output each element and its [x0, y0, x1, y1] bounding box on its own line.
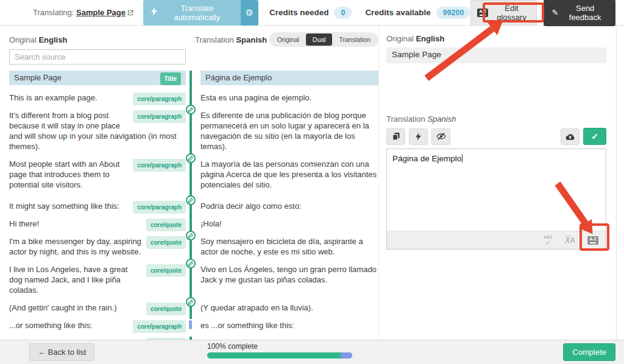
link-icon	[186, 105, 196, 114]
original-text: I live in Los Angeles, have a great dog …	[9, 265, 127, 295]
translation-segment[interactable]: Podría decir algo como esto:	[195, 200, 378, 217]
segment-type-badge: core/quote	[146, 264, 186, 277]
translation-list-area: Original English Translation Spanish Ori…	[0, 26, 378, 340]
segment-type-badge: core/quote	[146, 303, 186, 315]
original-segment[interactable]: core/quote(And gettin' caught in the rai…	[9, 301, 186, 319]
translate-automatically-label: Translate automatically	[161, 4, 233, 22]
original-segment[interactable]: core/paragraphThis is an example page.	[9, 91, 186, 109]
original-segment[interactable]: core/paragraphMost people start with an …	[9, 158, 186, 200]
translation-segment[interactable]: La mayoría de las personas comienzan con…	[195, 158, 378, 200]
original-segment[interactable]: TitleSample Page	[9, 71, 186, 91]
original-text-box: Sample Page	[386, 47, 606, 63]
cloud-upload-icon[interactable]	[561, 128, 580, 145]
edit-glossary-button[interactable]: A-Z Edit glossary	[470, 0, 537, 26]
segment-type-badge: core/quote	[146, 219, 186, 231]
segment-type-badge: core/paragraph	[133, 159, 186, 172]
original-text: It might say something like this:	[9, 201, 119, 211]
translation-textarea[interactable]: Página de Ejemplo	[387, 149, 606, 231]
send-feedback-button[interactable]: ✎ Send feedback	[544, 0, 615, 26]
table-row[interactable]: core/quoteHi there! ¡Hola!	[9, 217, 378, 235]
segment-type-badge: Title	[160, 72, 181, 85]
segment-type-badge: core/paragraph	[133, 201, 186, 214]
table-row[interactable]: core/paragraph...or something like this:…	[9, 319, 378, 337]
translation-text: Esta es una pagina de ejemplo.	[200, 93, 311, 102]
sidebar-original-header: Original English	[386, 34, 606, 43]
original-segment[interactable]: core/paragraphIt might say something lik…	[9, 200, 186, 217]
approve-translation-button[interactable]: ✓	[583, 128, 606, 145]
translation-text: (Y quedar atrapado en la lluvia).	[200, 303, 313, 312]
translating-label-group: Translating: Sample Page	[33, 8, 133, 18]
hide-translation-icon[interactable]	[431, 128, 450, 145]
original-segment[interactable]: core/paragraphIt's different from a blog…	[9, 109, 186, 158]
translation-segment[interactable]: es ...or something like this:	[195, 319, 378, 337]
translation-column-header: Translation Spanish	[195, 35, 267, 44]
translation-editor: Página de Ejemplo ABC✓ XA A-Z	[386, 149, 606, 250]
translate-automatically-button[interactable]: Translate automatically	[143, 0, 241, 26]
table-row[interactable]: core/paragraphMost people start with an …	[9, 158, 378, 200]
progress-bar	[207, 352, 352, 359]
sync-connector	[186, 319, 195, 337]
original-segment[interactable]: core/paragraph...or something like this:	[9, 319, 186, 337]
progress-group: 100% complete	[207, 342, 353, 359]
original-segment[interactable]: core/quoteHi there!	[9, 217, 186, 235]
link-icon	[186, 259, 196, 268]
translation-text: Página de Ejemplo	[205, 73, 272, 82]
translating-page-link[interactable]: Sample Page	[76, 8, 126, 17]
complete-button[interactable]: Complete	[563, 343, 615, 361]
table-row[interactable]: core/quoteI live in Los Angeles, have a …	[9, 263, 378, 301]
original-text: Sample Page	[14, 73, 62, 82]
translation-segment[interactable]: Soy mensajero en bicicleta de día, aspir…	[195, 235, 378, 263]
original-segment[interactable]: core/quoteI live in Los Angeles, have a …	[9, 263, 186, 301]
translation-text: Vivo en Los Ángeles, tengo un gran perro…	[200, 265, 377, 284]
back-to-list-button[interactable]: ← Back to list	[29, 343, 94, 361]
sync-connector	[186, 109, 195, 158]
progress-bar-tip	[340, 352, 352, 359]
table-row[interactable]: TitleSample Page Página de Ejemplo	[9, 71, 378, 91]
sync-connector	[186, 91, 195, 109]
sync-connector	[186, 263, 195, 301]
view-mode-dual[interactable]: Dual	[306, 33, 333, 46]
edit-glossary-label: Edit glossary	[492, 4, 530, 22]
sync-connector	[186, 71, 195, 91]
translate-automatically-group: Translate automatically ⚙	[143, 0, 258, 26]
link-icon	[186, 195, 196, 205]
translation-segment[interactable]: Esta es una pagina de ejemplo.	[195, 91, 378, 109]
view-mode-translation[interactable]: Translation	[332, 33, 377, 46]
bottom-bar: ← Back to list 100% complete Complete	[0, 340, 624, 364]
editor-toolbar: ✓	[386, 128, 606, 145]
segment-type-badge: core/paragraph	[133, 93, 186, 105]
send-feedback-label: Send feedback	[562, 4, 608, 22]
translation-segment[interactable]: Es diferente de una publicación de blog …	[195, 109, 378, 158]
glossary-book-icon: A-Z	[477, 9, 488, 17]
translation-segment[interactable]: Página de Ejemplo	[195, 71, 378, 91]
original-text: Hi there!	[9, 219, 39, 228]
gear-icon[interactable]: ⚙	[241, 0, 258, 26]
lightning-icon	[151, 7, 157, 18]
translation-segment[interactable]: (Y quedar atrapado en la lluvia).	[195, 301, 378, 319]
glossary-icon[interactable]: A-Z	[587, 236, 598, 245]
view-mode-original[interactable]: Original	[271, 33, 306, 46]
translation-editor-text: Página de Ejemplo	[392, 154, 463, 163]
translation-text: Es diferente de una publicación de blog …	[200, 111, 369, 151]
spellcheck-icon[interactable]: ABC✓	[544, 236, 553, 245]
table-row[interactable]: core/paragraphThis is an example page. E…	[9, 91, 378, 109]
segment-type-badge: core/quote	[146, 236, 186, 249]
table-row[interactable]: core/paragraphIt's different from a blog…	[9, 109, 378, 158]
segment-type-badge: core/paragraph	[133, 110, 186, 123]
top-bar: Translating: Sample Page Translate autom…	[0, 0, 624, 26]
original-text: (And gettin' caught in the rain.)	[9, 303, 117, 312]
translation-segment[interactable]: ¡Hola!	[195, 217, 378, 235]
auto-translate-icon[interactable]	[409, 128, 428, 145]
original-segment[interactable]: core/quoteI'm a bike messenger by day, a…	[9, 235, 186, 263]
translating-label: Translating:	[33, 8, 74, 17]
translation-text: ¡Hola!	[200, 219, 222, 228]
original-text: This is an example page.	[9, 93, 98, 102]
translation-segment[interactable]: Vivo en Los Ángeles, tengo un gran perro…	[195, 263, 378, 301]
table-row[interactable]: core/quoteI'm a bike messenger by day, a…	[9, 235, 378, 263]
machine-translate-icon[interactable]: XA	[565, 236, 575, 245]
search-input[interactable]	[9, 49, 186, 65]
main-area: Original English Translation Spanish Ori…	[0, 26, 624, 340]
credits-available-label: Credits available	[365, 8, 430, 17]
copy-icon[interactable]	[386, 128, 405, 145]
sidebar-translation-header: Translation Spanish	[386, 114, 606, 124]
